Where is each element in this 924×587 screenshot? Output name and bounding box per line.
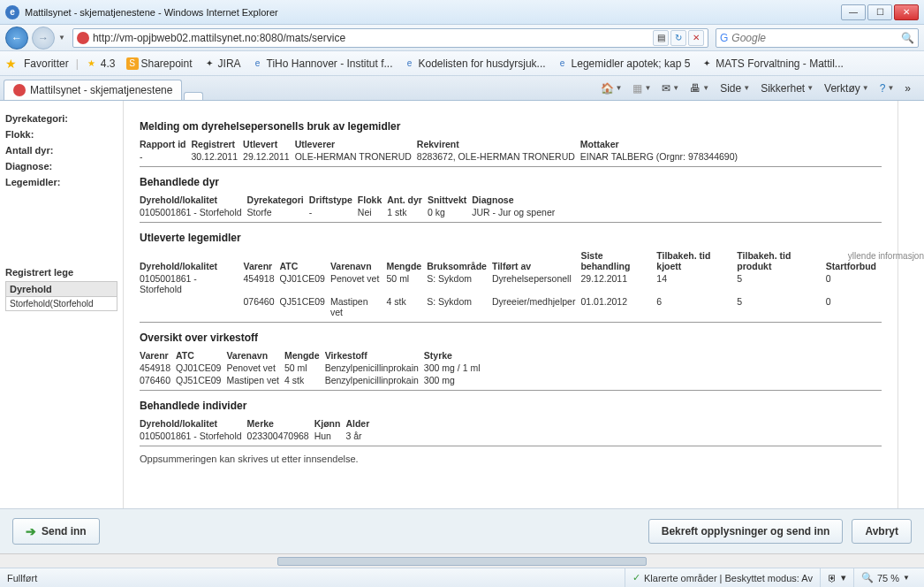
google-icon: G [720, 32, 728, 44]
history-dropdown-icon[interactable]: ▼ [58, 34, 65, 42]
status-text: Fullført [7, 573, 37, 583]
table-row: 076460QJ51CE09Mastipen vet4 stkBenzylpen… [140, 374, 485, 386]
rapport-table: Rapport id Registrert Utlevert Utleverer… [140, 138, 743, 163]
table-row: 0105001861 - Storfehold454918QJ01CE09Pen… [140, 272, 882, 295]
hint-text: yllende informasjon [848, 251, 924, 261]
url-input[interactable] [93, 32, 649, 44]
favorites-bar: ★ Favoritter | ★4.3 SSharepoint ✦JIRA eT… [0, 51, 924, 76]
maximize-button[interactable]: ☐ [867, 4, 892, 20]
nav-toolbar: ← → ▼ ▤ ↻ ✕ G 🔍 [0, 25, 924, 51]
section-virkestoff: Oversikt over virkestoff [140, 332, 882, 344]
dyrehold-value: Storfehold(Storfehold [6, 297, 117, 310]
main-panel: Melding om dyrehelsepersonells bruk av l… [124, 101, 897, 553]
fav-item-43[interactable]: ★4.3 [82, 56, 119, 72]
tab-favicon [13, 84, 26, 96]
label-legemidler: Legemidler: [5, 177, 117, 187]
fav-item-legemidler[interactable]: eLegemidler apotek; kap 5 [553, 56, 694, 72]
feeds-button[interactable]: ▦▼ [630, 80, 654, 96]
dyrehold-header: Dyrehold [6, 282, 117, 297]
fav-item-sharepoint[interactable]: SSharepoint [123, 56, 196, 72]
action-bar: ➔ Send inn Bekreft opplysninger og send … [0, 508, 924, 553]
search-input[interactable] [731, 32, 901, 44]
section-individer: Behandlede individer [140, 400, 882, 412]
site-favicon [77, 32, 89, 44]
fav-item-kodelisten[interactable]: eKodelisten for husdyrsjuk... [400, 56, 549, 72]
refresh-icon[interactable]: ↻ [670, 30, 686, 46]
zoom-control[interactable]: 🔍75 %▼ [853, 568, 917, 587]
minimize-button[interactable]: — [841, 4, 866, 20]
scrollbar-thumb[interactable] [277, 557, 647, 566]
home-icon: 🏠 [601, 82, 614, 95]
label-diagnose: Diagnose: [5, 161, 117, 172]
fav-item-mats[interactable]: ✦MATS Forvaltning - Mattil... [697, 56, 846, 72]
arrow-right-icon: ➔ [26, 524, 36, 538]
status-protected-toggle[interactable]: ⛨▾ [820, 568, 853, 587]
left-sidebar: Dyrekategori: Flokk: Antall dyr: Diagnos… [0, 101, 124, 553]
label-antall-dyr: Antall dyr: [5, 145, 117, 156]
section-utleverte: Utleverte legemidler [140, 232, 882, 244]
summary-note: Oppsummeringen kan skrives ut etter inns… [140, 454, 882, 464]
address-bar[interactable]: ▤ ↻ ✕ [72, 28, 708, 48]
print-icon: 🖶 [690, 82, 701, 95]
tools-menu[interactable]: Verktøy▼ [822, 80, 872, 96]
shield-icon: ⛨ [828, 573, 837, 583]
rss-icon: ▦ [632, 82, 642, 95]
label-registrert-lege: Registrert lege [5, 267, 117, 278]
page-menu[interactable]: Side▼ [717, 80, 753, 96]
checkmark-icon: ✓ [632, 572, 640, 583]
favorites-label[interactable]: Favoritter [20, 56, 72, 72]
window-titlebar: e Mattilsynet - skjematjenestene - Windo… [0, 0, 924, 25]
compat-icon[interactable]: ▤ [653, 30, 669, 46]
individer-table: Dyrehold/lokalitetMerkeKjønnAlder 010500… [140, 417, 375, 442]
tab-strip: Mattilsynet - skjematjenestene 🏠▼ ▦▼ ✉▼ … [0, 76, 924, 101]
fav-item-tiho[interactable]: eTiHo Hannover - Institut f... [248, 56, 397, 72]
fav-item-jira[interactable]: ✦JIRA [200, 56, 245, 72]
status-bar: Fullført ✓Klarerte områder | Beskyttet m… [0, 568, 924, 587]
safety-menu[interactable]: Sikkerhet▼ [758, 80, 816, 96]
table-row: 0105001861 - StorfeholdStorfe-Nei1 stk0 … [140, 206, 560, 218]
behandlede-dyr-table: Dyrehold/lokalitetDyrekategoriDriftstype… [140, 194, 560, 218]
window-title: Mattilsynet - skjematjenestene - Windows… [25, 7, 841, 18]
utleverte-table: Dyrehold/lokalitetVarenrATCVarenavnMengd… [140, 249, 882, 318]
label-dyrekategori: Dyrekategori: [5, 113, 117, 124]
zoom-icon: 🔍 [861, 572, 874, 583]
label-flokk: Flokk: [5, 129, 117, 140]
table-row: 454918QJ01CE09Penovet vet50 mlBenzylpeni… [140, 362, 485, 374]
status-trust: ✓Klarerte områder | Beskyttet modus: Av [625, 568, 820, 587]
forward-button[interactable]: → [32, 27, 55, 50]
table-row: -30.12.201129.12.2011OLE-HERMAN TRONERUD… [140, 150, 743, 163]
stop-icon[interactable]: ✕ [688, 30, 704, 46]
mail-button[interactable]: ✉▼ [659, 80, 682, 96]
help-button[interactable]: ?▼ [877, 80, 897, 96]
table-row: 076460QJ51CE09Mastipen vet4 stkS: Sykdom… [140, 295, 882, 318]
confirm-button[interactable]: Bekreft opplysninger og send inn [648, 519, 844, 544]
table-row: 0105001861 - Storfehold023300470968Hun3 … [140, 430, 375, 442]
mail-icon: ✉ [662, 82, 670, 95]
print-button[interactable]: 🖶▼ [687, 80, 712, 96]
horizontal-scrollbar[interactable] [0, 553, 924, 568]
new-tab-button[interactable] [184, 92, 203, 100]
page-content: Dyrekategori: Flokk: Antall dyr: Diagnos… [0, 101, 924, 553]
search-box[interactable]: G 🔍 [716, 28, 919, 48]
favorites-star-icon[interactable]: ★ [5, 57, 17, 71]
send-button[interactable]: ➔ Send inn [12, 518, 100, 545]
dyrehold-box: Dyrehold Storfehold(Storfehold [5, 281, 117, 311]
close-button[interactable]: ✕ [894, 4, 919, 20]
back-button[interactable]: ← [5, 27, 28, 50]
search-icon[interactable]: 🔍 [901, 32, 914, 44]
expand-icon[interactable]: » [902, 80, 913, 96]
browser-tab[interactable]: Mattilsynet - skjematjenestene [4, 80, 182, 100]
help-icon: ? [880, 82, 886, 95]
page-heading: Melding om dyrehelsepersonells bruk av l… [140, 120, 882, 133]
cancel-button[interactable]: Avbryt [852, 519, 912, 544]
right-gutter: yllende informasjon [897, 101, 924, 553]
ie-icon: e [5, 5, 19, 19]
section-behandlede-dyr: Behandlede dyr [140, 176, 882, 188]
home-button[interactable]: 🏠▼ [598, 80, 625, 96]
tab-title: Mattilsynet - skjematjenestene [30, 84, 172, 96]
command-bar: 🏠▼ ▦▼ ✉▼ 🖶▼ Side▼ Sikkerhet▼ Verktøy▼ ?▼… [598, 76, 921, 100]
virkestoff-table: VarenrATCVarenavnMengdeVirkestoffStyrke … [140, 349, 485, 386]
